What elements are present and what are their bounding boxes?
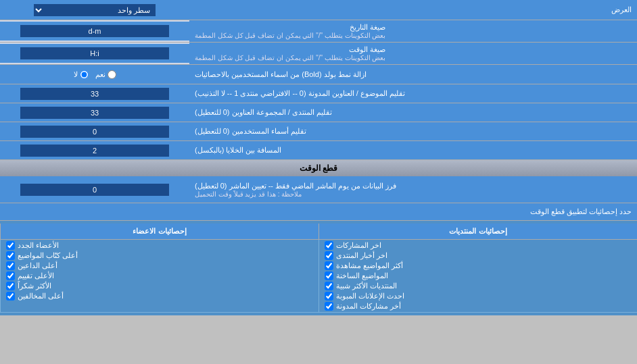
main-container: العرض سطر واحد سطرين ثلاثة أسطر صيغة الت…: [0, 0, 637, 315]
cb-most-viewed[interactable]: [325, 261, 333, 270]
cb-top-rated-label: الأعلى تقييم: [18, 271, 54, 280]
freq-label: فرز البيانات من يوم الماشر الماضي فقط --…: [189, 176, 637, 203]
col1-header: إحصائيات المنتديات: [318, 224, 637, 239]
forum-per-page-row: تقليم المنتدى / المجموعة العناوين (0 للت…: [0, 103, 637, 122]
subjects-per-page-input[interactable]: [20, 88, 169, 100]
avatar-spacing-input[interactable]: [20, 145, 169, 157]
cb-popular-label: المنتديات الأكثر شبية: [336, 282, 397, 290]
checkboxes-content: اخر المشاركات اخر أخبار المنتدى أكثر الم…: [0, 240, 637, 313]
cb-new-members[interactable]: [6, 241, 15, 250]
cb-top-posters-item: أعلى كتّاب المواضيع: [6, 251, 313, 260]
time-format-input[interactable]: [20, 47, 169, 59]
checkboxes-limit-label: حدد إحصائيات لتطبيق قطع الوقت: [0, 205, 637, 219]
checkboxes-limit-row: حدد إحصائيات لتطبيق قطع الوقت: [0, 203, 637, 221]
users-per-page-label: تقليم أسماء المستخدمين (0 للتعطيل): [189, 122, 637, 140]
date-format-input-container: [0, 22, 189, 41]
cb-ads-item: احدث الإعلانات المبوبة: [325, 292, 632, 301]
cb-top-posters[interactable]: [6, 251, 15, 260]
date-format-row: صيغة التاريخ بعض التكوينات يتطلب "/" الت…: [0, 20, 637, 43]
time-format-label: صيغة الوقت بعض التكوينات يتطلب "/" التي …: [189, 43, 637, 64]
cb-shares-label: اخر المشاركات: [336, 241, 381, 250]
cb-top-active-item: أعلى الداعين: [6, 261, 313, 270]
avatar-spacing-input-container: [0, 141, 189, 159]
forum-per-page-label: تقليم المنتدى / المجموعة العناوين (0 للت…: [189, 103, 637, 122]
time-format-row: صيغة الوقت بعض التكوينات يتطلب "/" التي …: [0, 43, 637, 65]
freq-input[interactable]: [20, 184, 169, 196]
checkboxes-section: إحصائيات المنتديات إحصائيات الاعضاء اخر …: [0, 221, 637, 315]
subjects-per-page-label: تقليم الموضوع / العناوين المدونة (0 -- ا…: [189, 84, 637, 103]
subjects-per-page-row: تقليم الموضوع / العناوين المدونة (0 -- ا…: [0, 84, 637, 103]
cb-noted-label: أخر مشاركات المدونة: [336, 302, 401, 311]
subjects-per-page-input-container: [0, 84, 189, 103]
users-per-page-input[interactable]: [20, 126, 169, 138]
cb-top-active-label: أعلى الداعين: [18, 261, 57, 270]
cb-top-rated[interactable]: [6, 271, 15, 280]
col2-header: إحصائيات الاعضاء: [0, 224, 318, 239]
realtime-section-header: قطع الوقت: [0, 160, 637, 176]
freq-input-container: [0, 176, 189, 203]
users-per-page-input-container: [0, 122, 189, 140]
display-label: العرض: [189, 3, 637, 17]
cb-popular-item: المنتديات الأكثر شبية: [325, 282, 632, 290]
bold-no-label: لا: [74, 70, 89, 79]
forum-per-page-input[interactable]: [20, 107, 169, 119]
bold-remove-label: ازالة نمط بولد (Bold) من اسماء المستخدمي…: [189, 65, 637, 84]
avatar-spacing-row: المسافة بين الخلايا (بالبكسل): [0, 141, 637, 160]
cb-top-active[interactable]: [6, 261, 15, 270]
cb-forum-news-label: اخر أخبار المنتدى: [336, 251, 387, 260]
cb-top-moderators-label: أعلى المخالفين: [18, 292, 64, 301]
cb-top-posters-label: أعلى كتّاب المواضيع: [18, 251, 78, 260]
cb-hot-topics[interactable]: [325, 271, 333, 280]
cb-top-moderators-item: أعلى المخالفين: [6, 292, 313, 301]
users-per-page-row: تقليم أسماء المستخدمين (0 للتعطيل): [0, 122, 637, 141]
display-row: العرض سطر واحد سطرين ثلاثة أسطر: [0, 0, 637, 20]
cb-ads-label: احدث الإعلانات المبوبة: [336, 292, 404, 301]
cb-shares-item: اخر المشاركات: [325, 241, 632, 250]
cb-noted-item: أخر مشاركات المدونة: [325, 302, 632, 311]
bold-no-radio[interactable]: [80, 70, 89, 79]
display-select[interactable]: سطر واحد سطرين ثلاثة أسطر: [34, 4, 156, 16]
avatar-spacing-label: المسافة بين الخلايا (بالبكسل): [189, 141, 637, 159]
col2-checkboxes: الأعضاء الجدد أعلى كتّاب المواضيع أعلى ا…: [0, 240, 318, 312]
cb-hot-topics-label: المواضيع الساخنة: [336, 271, 388, 280]
bold-yes-label: نعم: [95, 70, 116, 79]
cb-most-thanks-item: الأكثر شكراً: [6, 282, 313, 290]
col1-checkboxes: اخر المشاركات اخر أخبار المنتدى أكثر الم…: [318, 240, 637, 312]
cb-most-thanks-label: الأكثر شكراً: [18, 282, 51, 290]
cb-shares[interactable]: [325, 241, 333, 250]
cb-new-members-item: الأعضاء الجدد: [6, 241, 313, 250]
cb-most-thanks[interactable]: [6, 282, 15, 290]
bold-remove-row: ازالة نمط بولد (Bold) من اسماء المستخدمي…: [0, 65, 637, 84]
cb-new-members-label: الأعضاء الجدد: [18, 241, 59, 250]
freq-row: فرز البيانات من يوم الماشر الماضي فقط --…: [0, 176, 637, 203]
date-format-label: صيغة التاريخ بعض التكوينات يتطلب "/" الت…: [189, 20, 637, 42]
bold-remove-radio-group: نعم لا: [0, 65, 189, 84]
date-format-input[interactable]: [20, 25, 169, 37]
cb-top-rated-item: الأعلى تقييم: [6, 271, 313, 280]
cb-hot-topics-item: المواضيع الساخنة: [325, 271, 632, 280]
bold-yes-radio[interactable]: [108, 70, 116, 79]
cb-forum-news-item: اخر أخبار المنتدى: [325, 251, 632, 260]
cb-noted[interactable]: [325, 302, 333, 311]
cb-most-viewed-label: أكثر المواضيع مشاهدة: [336, 261, 403, 270]
cb-top-moderators[interactable]: [6, 292, 15, 301]
checkboxes-header-row: إحصائيات المنتديات إحصائيات الاعضاء: [0, 224, 637, 240]
cb-popular[interactable]: [325, 282, 333, 290]
cb-most-viewed-item: أكثر المواضيع مشاهدة: [325, 261, 632, 270]
cb-forum-news[interactable]: [325, 251, 333, 260]
time-format-input-container: [0, 44, 189, 63]
forum-per-page-input-container: [0, 103, 189, 122]
display-select-container: سطر واحد سطرين ثلاثة أسطر: [0, 3, 189, 18]
cb-ads[interactable]: [325, 292, 333, 301]
